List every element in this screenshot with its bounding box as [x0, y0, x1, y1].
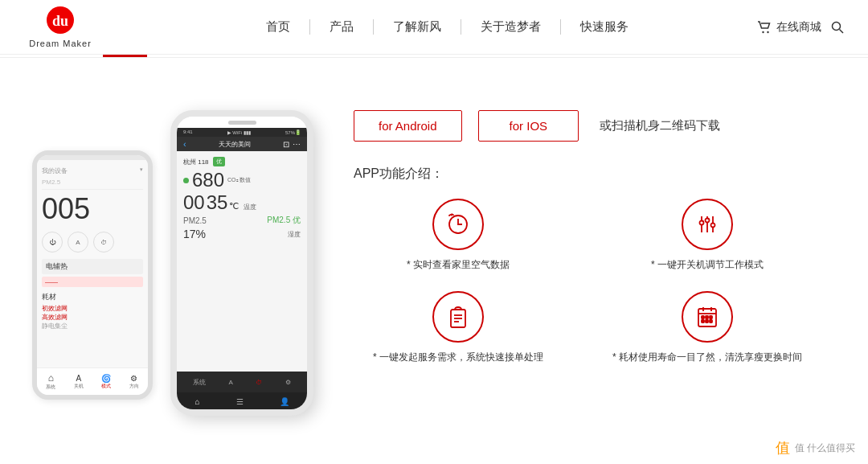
phone-back-ctrl-timer: ⏱ [93, 232, 114, 253]
features-grid: * 实时查看家里空气数据 * 一键开关机调节工作 [354, 199, 812, 364]
phone-bottom-nav: ⌂ ☰ 👤 [177, 392, 307, 410]
clock-refresh-icon [446, 212, 470, 236]
svg-point-10 [700, 221, 704, 225]
sliders-icon [695, 212, 719, 236]
phone-back-filter-type: 电辅热 [42, 259, 143, 274]
phone-back-tab-power: A 关机 [74, 374, 84, 390]
phone-back-filter-3: 静电集尘 [42, 322, 143, 331]
svg-rect-24 [702, 320, 704, 322]
phone-back-tab-dir: ⚙ 方向 [129, 374, 139, 390]
phone-temp-row: 00 35 ℃ 温度 [183, 193, 301, 212]
phone-back-material-1: 耗材 [42, 292, 143, 302]
feature-label-3: * 一键发起服务需求，系统快速接单处理 [373, 351, 543, 364]
search-button[interactable] [831, 21, 844, 34]
svg-rect-23 [710, 316, 712, 318]
right-content: for Android for IOS 或扫描机身二维码下载 APP功能介绍： [321, 70, 828, 372]
phone-back-ctrl-power: ⏻ [42, 232, 63, 253]
svg-point-11 [706, 219, 710, 223]
clipboard-icon [447, 305, 469, 329]
nav-item-xinfen[interactable]: 了解新风 [374, 19, 461, 35]
svg-point-12 [711, 224, 715, 228]
feature-item-3: * 一键发起服务需求，系统快速接单处理 [354, 291, 563, 364]
phone-pm-row: PM2.5 PM2.5 优 [183, 215, 301, 226]
feature-icon-2-circle [682, 199, 733, 250]
download-section: for Android for IOS 或扫描机身二维码下载 [354, 110, 812, 142]
logo-icon: du [36, 6, 84, 38]
logo-area[interactable]: du Dream Maker [24, 6, 96, 48]
calendar-icon [696, 305, 719, 329]
ios-download-btn[interactable]: for IOS [478, 110, 579, 142]
feature-icon-1-circle [432, 199, 484, 250]
feature-item-2: * 一键开关机调节工作模式 [603, 199, 812, 272]
svg-point-3 [767, 31, 768, 32]
phone-back-filter-1: 初效滤网 [42, 304, 143, 313]
nav-item-service[interactable]: 快速服务 [561, 19, 648, 35]
feature-icon-3-circle [432, 291, 484, 343]
watermark-text: 值 什么值得买 [795, 441, 855, 455]
phone-front-speaker [228, 121, 256, 125]
phone-back-screen-title: 我的设备 [42, 166, 68, 175]
phone-mockup-area: 我的设备 ▾ PM2.5 005 ⏻ A ⏱ 电辅热 —— 耗材 初效滤网 [32, 70, 321, 416]
svg-rect-21 [702, 316, 704, 318]
phone-back-tab-home: ⌂ 系统 [46, 372, 55, 391]
aqi-badge: 优 [213, 157, 225, 166]
phone-back-tab-mode: 🌀 模式 [101, 374, 111, 390]
svg-line-5 [840, 29, 844, 33]
phone-home-button-area [177, 410, 307, 416]
features-section: APP功能介绍： * 实时查看家里空气数据 [354, 166, 812, 364]
feature-item-1: * 实时查看家里空气数据 [354, 199, 563, 272]
feature-icon-4-circle [682, 291, 733, 343]
qr-text: 或扫描机身二维码下载 [600, 118, 720, 133]
phone-home-button [235, 409, 249, 416]
svg-text:du: du [52, 13, 68, 29]
header-right: 在线商城 [757, 20, 844, 35]
phone-status-bar: 9:41▶ WiFi ▮▮▮57%🔋 [177, 128, 307, 137]
watermark-icon: 值 [776, 438, 790, 458]
logo-text: Dream Maker [29, 39, 92, 48]
phone-location: 杭州 118 优 [183, 157, 301, 166]
phone-bottom-controls: 系统 A ⏱ ⚙ [177, 372, 307, 392]
svg-rect-26 [710, 320, 712, 322]
phone-humidity-row: 17% 湿度 [183, 228, 301, 240]
phone-back: 我的设备 ▾ PM2.5 005 ⏻ A ⏱ 电辅热 —— 耗材 初效滤网 [32, 150, 153, 400]
phone-nav-bar: ‹ 天天的美间 ⊡ ⋯ [177, 137, 307, 151]
svg-rect-25 [706, 320, 708, 322]
android-download-btn[interactable]: for Android [354, 110, 462, 142]
feature-label-4: * 耗材使用寿命一目了然，清洗享瘦更换时间 [612, 351, 802, 364]
main-content: 我的设备 ▾ PM2.5 005 ⏻ A ⏱ 电辅热 —— 耗材 初效滤网 [0, 58, 868, 452]
svg-point-4 [833, 22, 841, 30]
nav-item-about[interactable]: 关于造梦者 [461, 19, 561, 35]
feature-label-1: * 实时查看家里空气数据 [407, 258, 510, 272]
watermark: 值 值 什么值得买 [776, 438, 855, 458]
feature-label-2: * 一键开关机调节工作模式 [651, 258, 764, 272]
svg-point-2 [762, 31, 764, 32]
cart-icon [757, 21, 772, 34]
features-title: APP功能介绍： [354, 166, 812, 183]
phone-back-ctrl-a: A [68, 232, 88, 253]
cart-button[interactable]: 在线商城 [757, 20, 821, 35]
feature-item-4: * 耗材使用寿命一目了然，清洗享瘦更换时间 [603, 291, 812, 364]
phone-front: 9:41▶ WiFi ▮▮▮57%🔋 ‹ 天天的美间 ⊡ ⋯ 杭州 118 优 [170, 110, 313, 416]
phone-co2-row: 680 CO₂ 数值 [183, 170, 301, 190]
phone-back-pm-value: 005 [42, 195, 143, 224]
phone-back-filter-2: 高效滤网 [42, 313, 143, 322]
main-nav: 首页 产品 了解新风 关于造梦者 快速服务 [137, 19, 757, 35]
nav-item-product[interactable]: 产品 [310, 19, 374, 35]
svg-rect-22 [706, 316, 708, 318]
search-icon [831, 21, 844, 34]
header: du Dream Maker 首页 产品 了解新风 关于造梦者 快速服务 在线商… [0, 0, 868, 55]
nav-item-home[interactable]: 首页 [247, 19, 310, 35]
cart-label: 在线商城 [776, 20, 821, 35]
